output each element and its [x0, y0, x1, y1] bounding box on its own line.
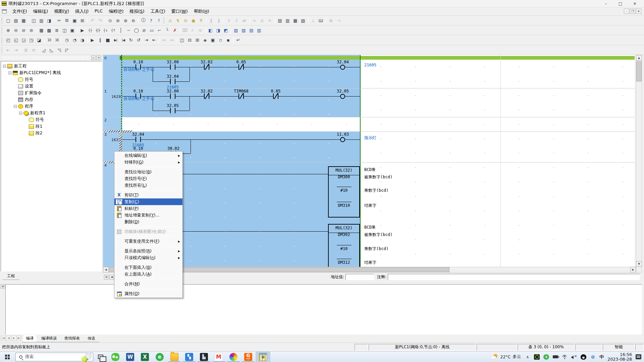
toolbar-button[interactable]: ◯ [132, 26, 140, 34]
toolbar-button[interactable]: ┤/├ [94, 26, 102, 34]
toolbar-button[interactable]: 10 [45, 37, 53, 44]
toolbar-button[interactable]: ▶ [89, 37, 96, 44]
context-menu-item-read-only-edit[interactable]: 只读模式编辑(n)▶ [114, 254, 182, 261]
tree-item-0[interactable]: −新工程 [1, 63, 102, 69]
taskbar-excel[interactable]: X [138, 352, 152, 362]
ladder-contact-no[interactable] [170, 79, 175, 84]
toolbar-button[interactable]: ◫ [61, 26, 68, 34]
toolbar-button[interactable]: ▫ [217, 37, 224, 44]
ladder-coil[interactable] [340, 65, 345, 70]
split-box-button[interactable]: ⊠ [104, 275, 109, 280]
toolbar-button[interactable]: ▶| [112, 37, 119, 44]
ladder-coil[interactable] [340, 137, 345, 142]
output-tab-nav-button[interactable]: |◀ [1, 336, 6, 341]
ladder-contact-no[interactable] [136, 137, 141, 142]
context-menu-item-merge[interactable]: 合并(M) [114, 281, 182, 287]
toolbar-button[interactable]: ≣ [53, 26, 61, 34]
menubar-item[interactable]: 视图(V) [51, 8, 72, 15]
toolbar-button[interactable]: ▦ [20, 17, 28, 24]
taskbar-pdf-reader[interactable]: GPDF [241, 352, 256, 362]
toolbar-button[interactable]: ⇤ [150, 37, 158, 44]
tree-item-10[interactable]: 段2 [1, 130, 102, 136]
context-menu-item-paste[interactable]: 粘贴(P) [114, 205, 182, 212]
output-tab-nav-button[interactable]: ▶| [17, 336, 22, 341]
menubar-item[interactable]: 插入(I) [72, 8, 92, 15]
ladder-contact-nc[interactable] [204, 94, 209, 99]
toolbar-grip[interactable] [1, 47, 3, 53]
context-menu-item-insert-below[interactable]: 在下面插入(B) [114, 264, 182, 271]
toolbar-button[interactable]: ⇤ [4, 46, 12, 54]
ladder-contact-nc[interactable] [238, 94, 244, 99]
ladder-instruction-block[interactable]: MUL(32)DM300#10DM310 [328, 166, 360, 218]
menubar-item[interactable]: 工具(T) [148, 8, 168, 15]
network-globe-icon[interactable]: ⊕ [590, 354, 596, 360]
toolbar-grip[interactable] [1, 17, 3, 24]
toolbar-button[interactable]: ↶ [89, 17, 96, 24]
tree-item-5[interactable]: 内存 [1, 96, 102, 103]
menubar-item[interactable]: 编程(P) [106, 8, 126, 15]
toolbar-button[interactable]: ⊣ [335, 17, 342, 24]
toolbar-button[interactable]: ⊖ [12, 26, 20, 34]
taskbar-file-explorer[interactable] [167, 352, 182, 362]
toolbar-button[interactable]: ◫ [30, 17, 38, 24]
toolbar-button[interactable]: ∥ [96, 37, 104, 44]
toolbar-button[interactable]: ◺ [48, 46, 55, 54]
toolbar-button[interactable]: ◔ [71, 37, 78, 44]
toolbar-button[interactable]: ⓘ [140, 17, 147, 24]
toolbar-button[interactable]: ⊛ [122, 17, 129, 24]
toolbar-button[interactable]: ◱ [12, 37, 20, 44]
context-menu-item-show-bar-by[interactable]: 显示条按照(R)▶ [114, 248, 182, 254]
tree-item-8[interactable]: 符号 [1, 116, 102, 123]
ladder-contact-no[interactable] [170, 94, 175, 99]
volume-muted-icon[interactable]: ✕ [571, 355, 577, 359]
context-menu-item-reusable-file[interactable]: 可重复使用文件(F)▶ [114, 238, 182, 245]
toolbar-button[interactable]: ⌐ [156, 26, 163, 34]
taskbar-cx-programmer[interactable]: ▦ [256, 352, 270, 362]
toolbar-button[interactable]: ▦ [291, 17, 299, 24]
ladder-contact-nc[interactable] [204, 64, 209, 70]
toolbar-button[interactable]: ◰ [4, 37, 12, 44]
toolbar-button[interactable]: Ш [317, 17, 325, 24]
toolbar-button[interactable]: ≡ [197, 26, 204, 34]
toolbar-button[interactable]: ✓ [189, 26, 197, 34]
toolbar-button[interactable]: ◨ [214, 26, 222, 34]
toolbar-button[interactable]: ▢ [4, 17, 12, 24]
toolbar-button[interactable]: Ŧ [197, 17, 205, 24]
menubar-item[interactable]: 文件(F) [9, 8, 30, 15]
toolbar-button[interactable]: ∥ [207, 17, 215, 24]
tree-item-7[interactable]: −新程序1 [1, 110, 102, 116]
toolbar-button[interactable]: ◉ [190, 17, 197, 24]
tab-project[interactable]: 工程 [3, 273, 19, 280]
toolbar-button[interactable]: ┤↑ [109, 26, 117, 34]
tree-item-6[interactable]: −程序 [1, 103, 102, 110]
context-menu-item-find-all[interactable]: 查找所有(L) [114, 182, 182, 189]
ladder-vscrollbar[interactable] [636, 55, 642, 273]
menubar-item[interactable]: PLC [92, 8, 106, 15]
toolbar-button[interactable]: ⊙ [182, 17, 190, 24]
toolbar-button[interactable]: ◳ [28, 37, 35, 44]
context-menu-item-cut[interactable]: 剪切(T) [114, 192, 182, 198]
tree-expand-toggle[interactable]: − [19, 112, 22, 115]
toolbar-button[interactable]: ⊙ [106, 17, 114, 24]
ladder-contact-nc[interactable] [273, 94, 278, 99]
toolbar-grip[interactable] [163, 17, 165, 24]
toolbar-button[interactable]: ┤├ [86, 26, 94, 34]
output-content[interactable] [5, 284, 642, 335]
toolbar-button[interactable]: ⊞ [78, 17, 86, 24]
vscroll-up-button[interactable]: ▲ [636, 55, 642, 61]
ladder-coil[interactable] [340, 94, 345, 99]
context-menu-item-address-increment-copy[interactable]: 地址增量复制(Y)... [114, 212, 182, 219]
menubar-item[interactable]: 编辑(E) [30, 8, 51, 15]
toolbar-button[interactable]: ≎ [258, 17, 266, 24]
toolbar-button[interactable]: ▪ [224, 37, 232, 44]
toolbar-button[interactable]: ▤ [12, 17, 20, 24]
toolbar-button[interactable]: └ [163, 26, 171, 34]
taskbar-app-blue[interactable]: ▚ [182, 352, 197, 362]
output-close-button[interactable]: ⊠ [1, 284, 5, 289]
taskbar-browser-360[interactable]: e [152, 352, 167, 362]
toolbar-button[interactable]: ▤ [276, 17, 284, 24]
output-tab-nav-button[interactable]: ▶ [11, 336, 16, 341]
search-highlight-image[interactable] [81, 352, 92, 362]
toolbar-button[interactable]: ▥ [38, 17, 45, 24]
toolbar-button[interactable]: ↻ [127, 37, 135, 44]
